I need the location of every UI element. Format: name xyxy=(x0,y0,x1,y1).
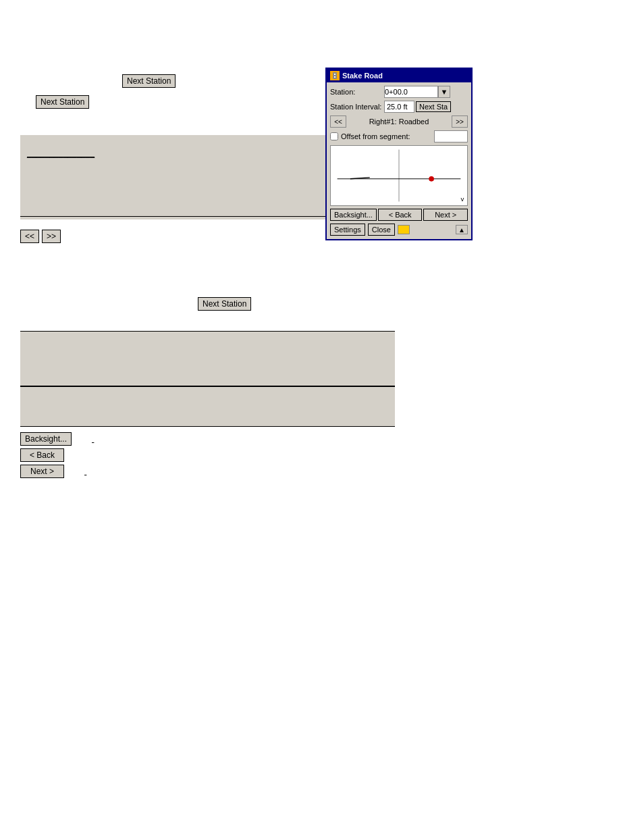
dialog-titlebar: Stake Road xyxy=(327,69,471,82)
lower-buttons-area: Backsight... < Back Next > xyxy=(20,432,395,478)
backsight-button[interactable]: Backsight... xyxy=(330,209,377,221)
next-button-row: Next > xyxy=(20,465,395,478)
close-button[interactable]: Close xyxy=(368,224,395,236)
lower-section: Backsight... < Back Next > xyxy=(20,331,395,478)
lower-next-button[interactable]: Next > xyxy=(20,465,64,478)
stake-road-dialog: Stake Road Station: ▼ Station Interval: … xyxy=(325,68,473,240)
next-station-button-top[interactable]: Next Station xyxy=(122,74,176,88)
roadbed-label: Right#1: Roadbed xyxy=(346,118,452,126)
cross-section-diagram: v xyxy=(330,145,468,206)
navigation-buttons: << >> xyxy=(20,230,61,243)
station-row: Station: ▼ xyxy=(330,86,468,98)
next-button[interactable]: Next > xyxy=(423,209,468,221)
bottom-divider xyxy=(20,216,331,217)
svg-point-7 xyxy=(429,176,434,182)
interval-label: Station Interval: xyxy=(330,103,384,111)
warning-icon: ▲ xyxy=(456,225,468,234)
interval-row: Station Interval: Next Sta xyxy=(330,101,468,113)
next-sta-button[interactable]: Next Sta xyxy=(416,101,451,112)
dialog-action-buttons: Backsight... < Back Next > xyxy=(330,209,468,221)
back-button-row: < Back xyxy=(20,448,395,462)
offset-label: Offset from segment: xyxy=(341,132,410,140)
roadbed-next-button[interactable]: >> xyxy=(452,115,468,128)
dialog-footer: Settings Close ▲ xyxy=(330,224,468,236)
dialog-icon xyxy=(330,71,340,80)
next-nav-button[interactable]: >> xyxy=(42,230,61,243)
dialog-body: Station: ▼ Station Interval: Next Sta <<… xyxy=(327,82,471,239)
back-button[interactable]: < Back xyxy=(378,209,423,221)
next-station-button-panel[interactable]: Next Station xyxy=(198,297,251,311)
lower-panel-bottom xyxy=(20,386,395,427)
underline-label-left: _______________ xyxy=(27,149,95,158)
panel-area: _______________ Next Station xyxy=(20,135,331,219)
backsight-field xyxy=(92,434,173,444)
offset-checkbox[interactable] xyxy=(330,132,338,140)
offset-input[interactable] xyxy=(434,130,468,142)
next-field xyxy=(84,467,138,476)
svg-text:v: v xyxy=(460,195,464,203)
next-station-button-second[interactable]: Next Station xyxy=(36,95,89,109)
svg-rect-3 xyxy=(334,76,336,78)
interval-input[interactable] xyxy=(384,101,414,113)
yellow-icon xyxy=(398,225,410,234)
roadbed-prev-button[interactable]: << xyxy=(330,115,346,128)
svg-rect-2 xyxy=(334,74,336,75)
interval-group: Next Sta xyxy=(384,101,451,113)
svg-rect-1 xyxy=(333,72,337,79)
lower-panel-top xyxy=(20,331,395,386)
station-input[interactable] xyxy=(384,86,438,98)
station-input-group: ▼ xyxy=(384,86,450,98)
dialog-title: Stake Road xyxy=(342,72,383,80)
prev-nav-button[interactable]: << xyxy=(20,230,39,243)
station-dropdown-arrow[interactable]: ▼ xyxy=(438,86,450,98)
backsight-row: Backsight... xyxy=(20,432,395,446)
roadbed-nav-row: << Right#1: Roadbed >> xyxy=(330,115,468,128)
offset-row: Offset from segment: xyxy=(330,130,468,142)
lower-panel-inner-top xyxy=(20,332,395,386)
lower-backsight-button[interactable]: Backsight... xyxy=(20,432,72,446)
lower-back-button[interactable]: < Back xyxy=(20,448,64,462)
station-label: Station: xyxy=(330,88,384,96)
settings-button[interactable]: Settings xyxy=(330,224,365,236)
